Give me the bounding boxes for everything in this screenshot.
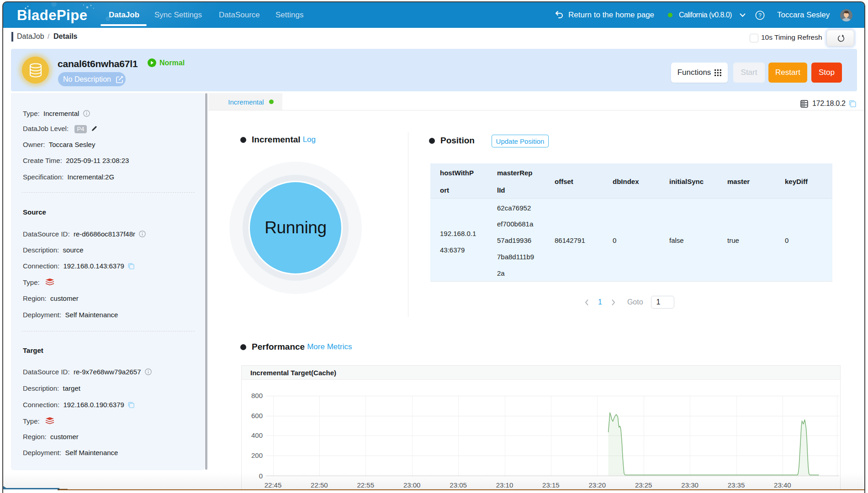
svg-text:?: ?: [758, 12, 762, 19]
